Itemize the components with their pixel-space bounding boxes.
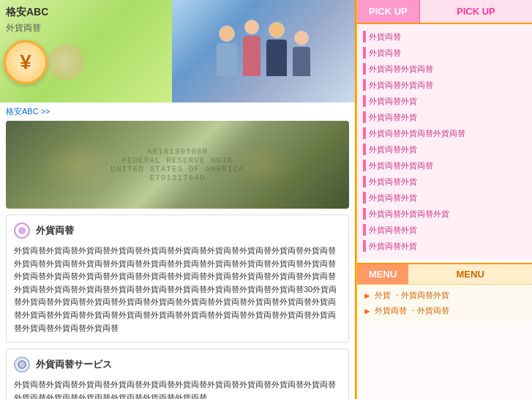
yen-icon: ¥: [4, 40, 48, 84]
pickup-link-7[interactable]: 外貨両替外貨: [369, 144, 417, 155]
pickup-item-10: 外貨両替外貨: [360, 190, 529, 206]
header-decoration: [48, 44, 84, 81]
header-photo: [172, 0, 355, 102]
pickup-bullet-8: [363, 160, 366, 171]
person1: [217, 26, 237, 76]
person2: [243, 20, 261, 76]
pickup-item-9: 外貨両替外貨: [360, 174, 529, 190]
pickup-item-5: 外貨両替外貨: [360, 109, 529, 125]
header-title: 格安ABC: [6, 6, 48, 19]
pickup-link-6[interactable]: 外貨両替外貨両替外貨両替: [369, 128, 465, 139]
pickup-item-12: 外貨両替外貨: [360, 222, 529, 238]
pickup-link-13[interactable]: 外貨両替外貨: [369, 241, 417, 252]
pickup-bullet-6: [363, 127, 366, 139]
article-title-row-1: 外貨両替: [14, 223, 341, 239]
pickup-item-3: 外貨両替外貨両替: [360, 77, 529, 93]
pickup-item-1: 外貨両替: [360, 45, 529, 61]
article-icon-2: [14, 357, 30, 373]
main-area: 格安ABC 外貨両替 ¥: [0, 0, 356, 399]
menu-item-0: ► 外貨 ・外貨両替外貨: [360, 288, 529, 303]
pickup-link-3[interactable]: 外貨両替外貨両替: [369, 80, 433, 91]
pickup-item-2: 外貨両替外貨両替: [360, 61, 529, 77]
money-text: AB18130508B FEDERAL RESERVE NOTE UNITED …: [110, 147, 244, 182]
sidebar: PICK UP PICK UP 外貨両替 外貨両替 外貨両替外貨両替 外貨両替外…: [356, 0, 532, 399]
article-icon-1: [14, 223, 30, 239]
pickup-link-11[interactable]: 外貨両替外貨両替外貨: [369, 209, 449, 220]
pickup-link-10[interactable]: 外貨両替外貨: [369, 193, 417, 204]
pickup-item-7: 外貨両替外貨: [360, 141, 529, 157]
menu-link-0[interactable]: 外貨 ・外貨両替外貨: [375, 290, 449, 301]
breadcrumb-link[interactable]: 格安ABC >>: [6, 107, 50, 116]
article-heading-1: 外貨両替: [36, 224, 74, 237]
pickup-bullet-5: [363, 111, 366, 123]
pickup-link-0[interactable]: 外貨両替: [369, 31, 401, 42]
article-body-1: 外貨両替外貨両替外貨両替外貨両替外貨両替外貨両替外貨両替外貨両替外貨両替外貨両替…: [14, 245, 341, 335]
pickup-tab2[interactable]: PICK UP: [420, 0, 532, 23]
pickup-link-8[interactable]: 外貨両替外貨両替: [369, 160, 433, 171]
article-title-row-2: 外貨両替サービス: [14, 357, 341, 373]
person3: [266, 22, 287, 76]
header: 格安ABC 外貨両替 ¥: [0, 0, 355, 102]
pickup-link-4[interactable]: 外貨両替外貨: [369, 96, 417, 107]
pickup-item-4: 外貨両替外貨: [360, 93, 529, 109]
menu-arrow-1: ►: [363, 306, 372, 316]
pickup-bullet-12: [363, 224, 366, 236]
pickup-bullet-2: [363, 63, 366, 75]
pickup-item-8: 外貨両替外貨両替: [360, 157, 529, 174]
pickup-bullet-1: [363, 47, 366, 59]
money-image: AB18130508B FEDERAL RESERVE NOTE UNITED …: [6, 121, 349, 209]
pickup-bullet-10: [363, 192, 366, 204]
pickup-item-11: 外貨両替外貨両替外貨: [360, 206, 529, 222]
header-text: 格安ABC 外貨両替: [6, 6, 48, 34]
menu-tab2[interactable]: MENU: [408, 264, 532, 284]
pickup-link-2[interactable]: 外貨両替外貨両替: [369, 64, 433, 75]
pickup-list: 外貨両替 外貨両替 外貨両替外貨両替 外貨両替外貨両替 外貨両替外貨 外貨両替外…: [357, 24, 532, 258]
photo-people: [217, 20, 310, 83]
pickup-tab1[interactable]: PICK UP: [357, 0, 420, 23]
breadcrumb: 格安ABC >>: [0, 102, 355, 121]
article-2: 外貨両替サービス 外貨両替外貨両替外貨両替外貨両替外貨両替外貨両替外貨両替外貨両…: [6, 348, 349, 399]
pickup-item-0: 外貨両替: [360, 29, 529, 45]
pickup-bullet-9: [363, 176, 366, 187]
article-icon-inner-2: [18, 360, 26, 369]
pickup-bullet-0: [363, 31, 366, 42]
pickup-bullet-3: [363, 79, 366, 91]
pickup-bullet-7: [363, 143, 366, 155]
article-icon-inner-1: [18, 227, 26, 234]
menu-tab1[interactable]: MENU: [357, 264, 408, 284]
article-heading-2: 外貨両替サービス: [36, 358, 112, 371]
pickup-item-6: 外貨両替外貨両替外貨両替: [360, 125, 529, 141]
menu-item-1: ► 外貨両替 ・外貨両替: [360, 303, 529, 318]
pickup-bullet-11: [363, 208, 366, 220]
menu-arrow-0: ►: [363, 291, 372, 301]
header-subtitle: 外貨両替: [6, 22, 48, 34]
pickup-link-9[interactable]: 外貨両替外貨: [369, 176, 417, 187]
pickup-bullet-13: [363, 240, 366, 252]
person4: [293, 31, 310, 76]
pickup-link-5[interactable]: 外貨両替外貨: [369, 112, 417, 123]
menu-link-1[interactable]: 外貨両替 ・外貨両替: [375, 305, 449, 316]
article-body-2: 外貨両替外貨両替外貨両替外貨両替外貨両替外貨両替外貨両替外貨両替外貨両替外貨両替…: [14, 379, 341, 399]
article-1: 外貨両替 外貨両替外貨両替外貨両替外貨両替外貨両替外貨両替外貨両替外貨両替外貨両…: [6, 215, 349, 343]
menu-list: ► 外貨 ・外貨両替外貨 ► 外貨両替 ・外貨両替: [357, 285, 532, 321]
pickup-header: PICK UP PICK UP: [357, 0, 532, 24]
pickup-item-13: 外貨両替外貨: [360, 238, 529, 254]
pickup-bullet-4: [363, 95, 366, 107]
pickup-link-1[interactable]: 外貨両替: [369, 48, 401, 59]
pickup-link-12[interactable]: 外貨両替外貨: [369, 225, 417, 236]
menu-header: MENU MENU: [357, 263, 532, 285]
